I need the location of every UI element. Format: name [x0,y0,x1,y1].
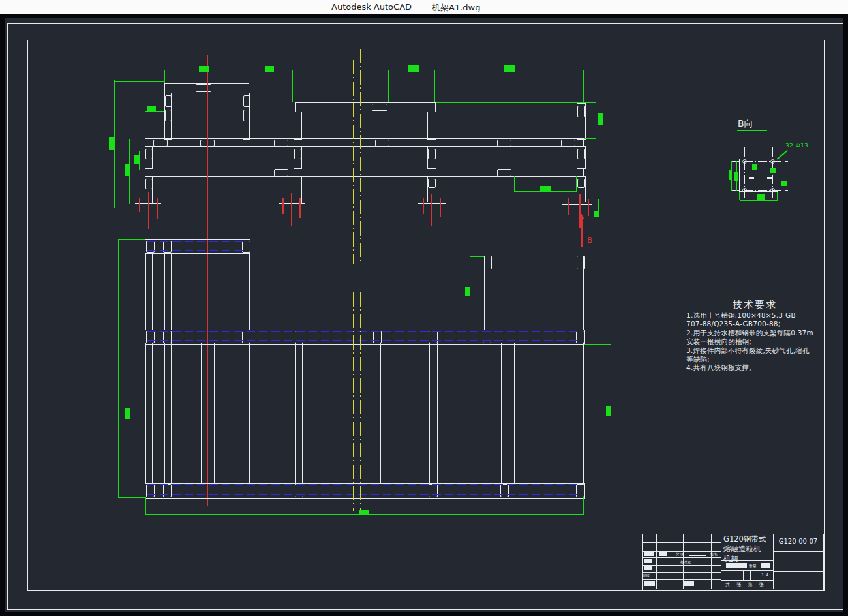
white-line [642,579,721,580]
white-line [721,580,773,581]
white-line [642,542,721,543]
white-line [773,571,823,572]
text-blob [644,559,652,563]
white-line [736,570,736,580]
product-name-line3: 机架 [723,554,738,564]
text-blob [684,581,694,586]
white-line [642,547,721,547]
text-blob [726,563,747,568]
white-line [642,557,721,558]
white-line [729,570,729,580]
white-line [750,570,751,580]
white-line [642,572,721,573]
autocad-window: Autodesk AutoCAD 机架A1.dwg B B向 32-Φ13 技术… [0,0,848,616]
text-blob [659,552,667,556]
text-blob [644,581,655,586]
title-block: G120钢带式 熔融造粒机 机架 G120-00-07 1:4 共 张 第 张 … [0,0,848,616]
white-line [759,570,759,580]
text-blob [689,555,706,556]
white-line [773,534,774,589]
white-line [642,538,721,538]
text-blob [644,566,652,570]
white-line [721,534,721,589]
text-blob [644,552,654,556]
white-line [721,570,773,571]
white-line [773,551,823,552]
white-line [642,565,721,566]
white-line [743,570,744,580]
text-blob [761,563,770,568]
